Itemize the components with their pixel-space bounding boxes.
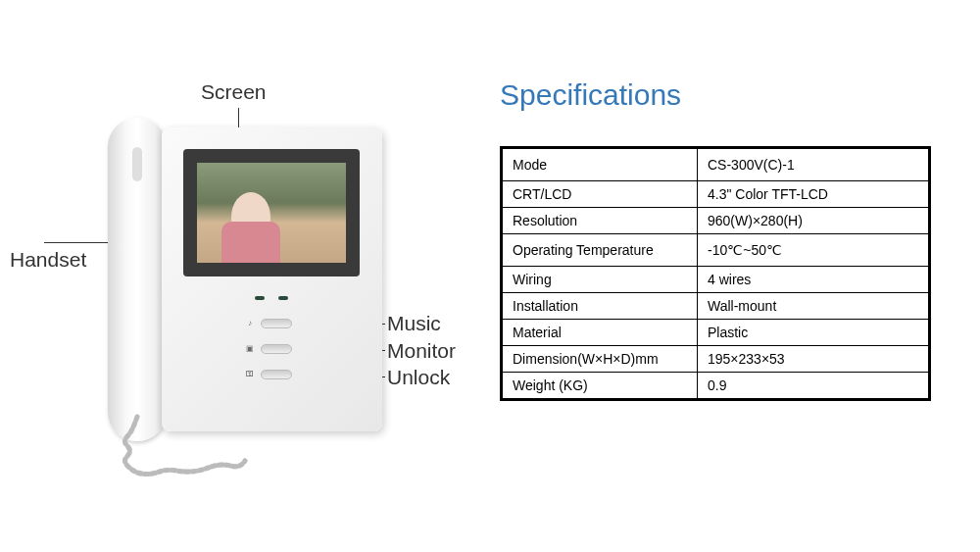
- spec-value: 195×233×53: [698, 346, 930, 373]
- table-row: Operating Temperature-10℃~50℃: [502, 234, 930, 267]
- spec-name: Mode: [502, 148, 698, 181]
- spec-value: 4.3" Color TFT-LCD: [698, 181, 930, 208]
- spec-name: CRT/LCD: [502, 181, 698, 208]
- label-handset: Handset: [10, 248, 86, 272]
- lcd-screen: [197, 163, 346, 263]
- table-row: InstallationWall-mount: [502, 293, 930, 320]
- spec-value: Plastic: [698, 320, 930, 346]
- spec-name: Operating Temperature: [502, 234, 698, 267]
- table-row: Wiring4 wires: [502, 267, 930, 293]
- spec-value: 4 wires: [698, 267, 930, 293]
- specifications-title: Specifications: [500, 78, 980, 112]
- intercom-device: ♪ ▣ ⚿: [108, 118, 382, 451]
- screen-frame: [183, 149, 360, 276]
- spec-value: -10℃~50℃: [698, 234, 930, 267]
- table-row: ModeCS-300V(C)-1: [502, 148, 930, 181]
- table-row: Weight (KG)0.9: [502, 373, 930, 400]
- spec-name: Resolution: [502, 208, 698, 234]
- spec-name: Installation: [502, 293, 698, 320]
- spec-value: CS-300V(C)-1: [698, 148, 930, 181]
- label-screen: Screen: [201, 80, 267, 104]
- device-buttons: ♪ ▣ ⚿: [245, 319, 292, 379]
- specifications-table: ModeCS-300V(C)-1CRT/LCD4.3" Color TFT-LC…: [500, 146, 931, 401]
- main-body: ♪ ▣ ⚿: [162, 127, 382, 431]
- handset-part: [108, 118, 167, 441]
- table-row: Dimension(W×H×D)mm195×233×53: [502, 346, 930, 373]
- spec-value: Wall-mount: [698, 293, 930, 320]
- spec-value: 0.9: [698, 373, 930, 400]
- leader-line: [44, 242, 115, 243]
- spec-value: 960(W)×280(H): [698, 208, 930, 234]
- spec-name: Dimension(W×H×D)mm: [502, 346, 698, 373]
- music-button: ♪: [245, 319, 292, 328]
- table-row: MaterialPlastic: [502, 320, 930, 346]
- table-row: Resolution960(W)×280(H): [502, 208, 930, 234]
- label-unlock: Unlock: [387, 366, 450, 389]
- spec-name: Material: [502, 320, 698, 346]
- key-icon: ⚿: [245, 370, 255, 379]
- monitor-icon: ▣: [245, 344, 255, 354]
- spec-name: Weight (KG): [502, 373, 698, 400]
- handset-cord: [78, 412, 274, 500]
- music-icon: ♪: [245, 319, 255, 328]
- led-indicators: [255, 296, 288, 300]
- label-music: Music: [387, 312, 441, 335]
- spec-name: Wiring: [502, 267, 698, 293]
- unlock-button: ⚿: [245, 370, 292, 379]
- table-row: CRT/LCD4.3" Color TFT-LCD: [502, 181, 930, 208]
- label-monitor: Monitor: [387, 339, 456, 363]
- product-diagram: Screen Handset Music Monitor Unlock: [0, 0, 490, 552]
- monitor-button: ▣: [245, 344, 292, 354]
